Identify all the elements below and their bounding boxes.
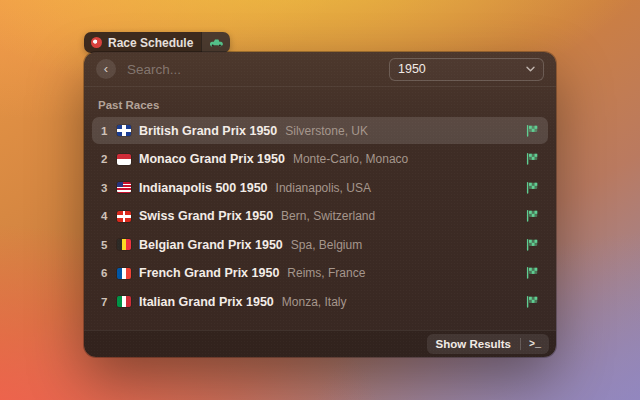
- race-index: 4: [101, 210, 117, 222]
- race-row[interactable]: 2 Monaco Grand Prix 1950 Monte-Carlo, Mo…: [92, 146, 548, 173]
- checkered-flag-icon: [525, 266, 539, 280]
- app-window: ‹ 1950 Past Races 1 British Grand Prix 1…: [84, 52, 556, 357]
- checkered-flag-icon: [525, 152, 539, 166]
- year-dropdown[interactable]: 1950: [389, 58, 544, 81]
- race-list: 1 British Grand Prix 1950 Silverstone, U…: [84, 117, 556, 315]
- country-flag-icon: [117, 211, 131, 222]
- race-location: Indianapolis, USA: [276, 181, 371, 195]
- race-location: Reims, France: [287, 266, 365, 280]
- footer-actions: Show Results >_: [427, 334, 549, 354]
- race-row[interactable]: 3 Indianapolis 500 1950 Indianapolis, US…: [92, 174, 548, 201]
- race-car-button[interactable]: [201, 32, 230, 53]
- race-title: Swiss Grand Prix 1950: [139, 209, 273, 223]
- race-car-icon: [209, 38, 223, 48]
- race-title: Belgian Grand Prix 1950: [139, 238, 283, 252]
- checkered-flag-icon: [525, 295, 539, 309]
- race-location: Bern, Switzerland: [281, 209, 375, 223]
- race-title: French Grand Prix 1950: [139, 266, 279, 280]
- checkered-flag-icon: [525, 124, 539, 138]
- chevron-down-icon: [526, 66, 535, 72]
- country-flag-icon: [117, 182, 131, 193]
- race-row[interactable]: 6 French Grand Prix 1950 Reims, France: [92, 260, 548, 287]
- race-title: Indianapolis 500 1950: [139, 181, 268, 195]
- race-location: Monte-Carlo, Monaco: [293, 152, 408, 166]
- checkered-flag-icon: [525, 181, 539, 195]
- race-schedule-tag[interactable]: Race Schedule: [84, 32, 230, 53]
- back-button[interactable]: ‹: [96, 59, 116, 79]
- show-results-button[interactable]: Show Results: [427, 334, 520, 354]
- race-location: Monza, Italy: [282, 295, 347, 309]
- checkered-flag-icon: [525, 238, 539, 252]
- country-flag-icon: [117, 296, 131, 307]
- action-menu-button[interactable]: >_: [521, 334, 549, 354]
- checkered-flag-icon: [525, 209, 539, 223]
- race-title: Monaco Grand Prix 1950: [139, 152, 285, 166]
- search-bar: ‹ 1950: [84, 52, 556, 87]
- race-row[interactable]: 1 British Grand Prix 1950 Silverstone, U…: [92, 117, 548, 144]
- race-index: 6: [101, 267, 117, 279]
- country-flag-icon: [117, 154, 131, 165]
- race-index: 5: [101, 239, 117, 251]
- race-index: 2: [101, 153, 117, 165]
- race-index: 1: [101, 125, 117, 137]
- race-location: Spa, Belgium: [291, 238, 362, 252]
- race-title: Italian Grand Prix 1950: [139, 295, 274, 309]
- footer-bar: Show Results >_: [84, 330, 556, 357]
- country-flag-icon: [117, 125, 131, 136]
- year-dropdown-value: 1950: [398, 62, 426, 76]
- tag-label: Race Schedule: [108, 36, 193, 50]
- race-row[interactable]: 5 Belgian Grand Prix 1950 Spa, Belgium: [92, 231, 548, 258]
- race-row[interactable]: 4 Swiss Grand Prix 1950 Bern, Switzerlan…: [92, 203, 548, 230]
- country-flag-icon: [117, 268, 131, 279]
- race-index: 3: [101, 182, 117, 194]
- racing-helmet-icon: [91, 37, 102, 48]
- search-input[interactable]: [127, 62, 389, 77]
- country-flag-icon: [117, 239, 131, 250]
- section-header-past-races: Past Races: [84, 87, 556, 117]
- race-index: 7: [101, 296, 117, 308]
- race-title: British Grand Prix 1950: [139, 124, 277, 138]
- race-row[interactable]: 7 Italian Grand Prix 1950 Monza, Italy: [92, 288, 548, 315]
- race-location: Silverstone, UK: [285, 124, 368, 138]
